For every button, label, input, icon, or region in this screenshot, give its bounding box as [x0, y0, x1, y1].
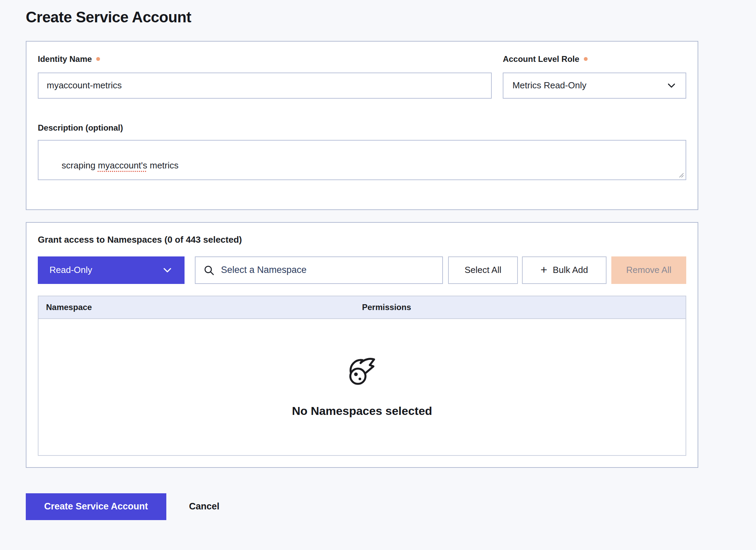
description-textarea[interactable]: scraping myaccount's metrics [38, 140, 686, 180]
comet-icon [346, 356, 379, 389]
identity-name-label: Identity Name [38, 54, 492, 64]
account-level-role-label-text: Account Level Role [503, 54, 579, 64]
account-level-role-value: Metrics Read-Only [512, 80, 586, 91]
description-text-prefix: scraping [62, 160, 98, 170]
required-dot-icon [96, 57, 100, 61]
column-header-namespace: Namespace [46, 302, 362, 312]
identity-panel: Identity Name Account Level Role Metrics… [26, 41, 698, 210]
description-misspelled-word: myaccount's [98, 160, 147, 170]
namespace-search-input[interactable] [221, 265, 435, 275]
remove-all-button[interactable]: Remove All [611, 256, 686, 284]
description-label: Description (optional) [38, 123, 686, 133]
account-level-role-label: Account Level Role [503, 54, 686, 64]
namespaces-table-header: Namespace Permissions [38, 296, 686, 319]
plus-icon: + [541, 264, 547, 275]
bulk-add-label: Bulk Add [553, 265, 588, 275]
namespace-search-box[interactable] [195, 256, 443, 284]
cancel-label: Cancel [189, 501, 220, 512]
description-text-suffix: metrics [147, 160, 179, 170]
identity-name-label-text: Identity Name [38, 54, 92, 64]
chevron-down-icon [162, 265, 173, 276]
namespaces-toolbar: Read-Only Select All + Bulk Add [38, 256, 686, 284]
permission-dropdown[interactable]: Read-Only [38, 256, 185, 284]
footer-actions: Create Service Account Cancel [26, 493, 756, 520]
identity-name-input[interactable] [38, 73, 492, 99]
textarea-resize-handle-icon[interactable] [678, 172, 684, 178]
namespaces-heading: Grant access to Namespaces (0 of 443 sel… [38, 234, 686, 245]
chevron-down-icon [666, 80, 677, 91]
create-service-account-button[interactable]: Create Service Account [26, 493, 166, 520]
required-dot-icon [584, 57, 588, 61]
column-header-permissions: Permissions [362, 302, 678, 312]
account-level-role-select[interactable]: Metrics Read-Only [503, 73, 686, 99]
remove-all-label: Remove All [626, 265, 671, 275]
namespaces-table: Namespace Permissions No Namespaces sele… [38, 296, 686, 456]
select-all-label: Select All [465, 265, 501, 275]
search-icon [203, 264, 215, 276]
page-title: Create Service Account [26, 8, 756, 26]
select-all-button[interactable]: Select All [448, 256, 518, 284]
page-content: Create Service Account Identity Name Acc… [0, 0, 756, 520]
description-label-text: Description (optional) [38, 123, 123, 133]
namespaces-panel: Grant access to Namespaces (0 of 443 sel… [26, 222, 698, 468]
permission-dropdown-value: Read-Only [49, 265, 92, 275]
account-level-role-field-group: Account Level Role Metrics Read-Only [503, 54, 686, 99]
identity-name-field-group: Identity Name [38, 54, 492, 99]
empty-state-text: No Namespaces selected [292, 404, 432, 418]
namespaces-table-body: No Namespaces selected [38, 319, 686, 455]
create-service-account-label: Create Service Account [44, 501, 148, 512]
cancel-button[interactable]: Cancel [189, 501, 220, 512]
bulk-add-button[interactable]: + Bulk Add [522, 256, 607, 284]
